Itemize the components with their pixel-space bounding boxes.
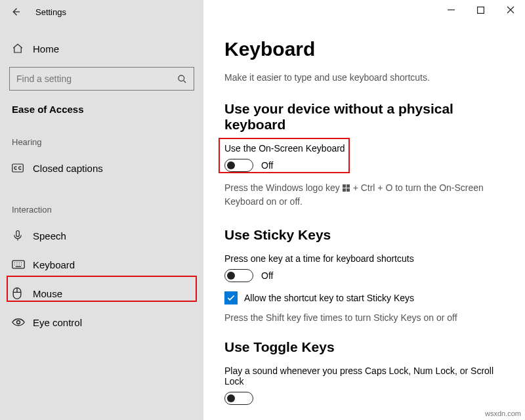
nav-home-label: Home [33, 43, 59, 54]
sticky-label: Press one key at a time for keyboard sho… [224, 253, 504, 264]
titlebar: Settings [0, 0, 203, 24]
svg-point-0 [178, 75, 184, 81]
captions-icon [12, 163, 26, 173]
svg-rect-6 [478, 7, 484, 13]
svg-rect-3 [12, 261, 24, 268]
section-togglekeys-title: Use Toggle Keys [224, 339, 504, 355]
sticky-toggle[interactable] [224, 269, 253, 282]
search-input[interactable] [16, 74, 177, 84]
back-button[interactable] [7, 3, 25, 21]
close-button[interactable] [495, 0, 525, 20]
home-icon [12, 43, 26, 54]
eye-icon [12, 318, 26, 327]
nav-item-label: Speech [33, 230, 66, 242]
content-pane: Keyboard Make it easier to type and use … [203, 0, 525, 420]
nav-speech[interactable]: Speech [0, 221, 203, 250]
window-controls [436, 0, 525, 20]
group-interaction: Interaction [0, 182, 203, 221]
annotation-highlight-osk [219, 138, 350, 173]
section-sticky-title: Use Sticky Keys [224, 227, 504, 243]
search-input-wrap[interactable] [9, 67, 194, 91]
nav-eye-control[interactable]: Eye control [0, 308, 203, 337]
watermark: wsxdn.com [485, 410, 521, 417]
togglekeys-toggle[interactable] [224, 392, 253, 405]
nav-item-label: Closed captions [33, 163, 103, 174]
nav-item-label: Keyboard [33, 259, 75, 270]
nav-keyboard[interactable]: Keyboard [0, 250, 203, 279]
toggle-knob [227, 272, 235, 280]
nav-item-label: Eye control [33, 317, 82, 328]
osk-hint: Press the Windows logo key + Ctrl + O to… [224, 181, 504, 209]
maximize-button[interactable] [466, 0, 495, 20]
annotation-highlight-keyboard-nav [7, 276, 197, 302]
minimize-button[interactable] [436, 0, 466, 20]
toggle-knob [227, 394, 235, 402]
section-title: Ease of Access [0, 91, 203, 115]
sticky-toggle-state: Off [261, 270, 273, 281]
svg-point-5 [17, 321, 20, 324]
check-icon [226, 293, 236, 303]
keyboard-icon [12, 260, 26, 269]
sticky-shortcut-checkbox[interactable] [224, 291, 238, 304]
section-osk-title: Use your device without a physical keybo… [224, 101, 504, 133]
search-icon [177, 74, 187, 84]
group-hearing: Hearing [0, 115, 203, 154]
svg-rect-2 [16, 231, 20, 237]
page-title: Keyboard [224, 38, 504, 60]
sticky-shortcut-label: Allow the shortcut key to start Sticky K… [244, 293, 414, 303]
togglekeys-label: Play a sound whenever you press Caps Loc… [224, 366, 504, 387]
arrow-left-icon [10, 6, 22, 18]
osk-hint-a: Press the Windows logo key [224, 182, 343, 193]
app-title: Settings [35, 7, 66, 17]
speech-icon [12, 230, 26, 242]
sticky-hint: Press the Shift key five times to turn S… [224, 311, 504, 325]
nav-home[interactable]: Home [0, 35, 203, 62]
nav-closed-captions[interactable]: Closed captions [0, 154, 203, 182]
page-subtitle: Make it easier to type and use keyboard … [224, 72, 504, 83]
sidebar: Settings Home Ease of Access Hearing Clo… [0, 0, 203, 420]
windows-logo-icon [343, 184, 350, 192]
